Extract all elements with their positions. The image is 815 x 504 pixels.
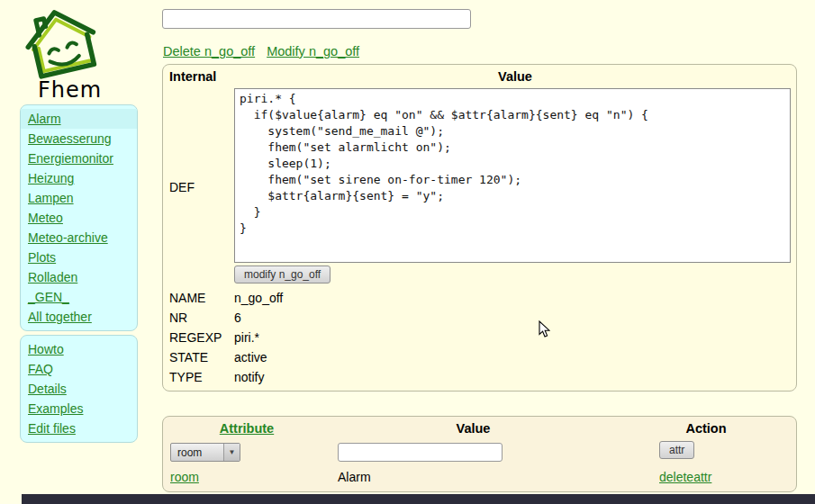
sidebar-item-energiemonitor[interactable]: Energiemonitor — [21, 148, 137, 168]
internal-key: NR — [163, 308, 234, 328]
fhem-house-icon — [13, 4, 110, 81]
internal-value: 6 — [234, 308, 796, 328]
device-action-links: Delete n_go_off Modify n_go_off — [163, 44, 367, 58]
attribute-table-header: Attribute Value Action — [163, 417, 796, 439]
sidebar-item-all-together[interactable]: All together — [21, 307, 137, 327]
attribute-name-link[interactable]: room — [170, 470, 199, 484]
detail-table-header: Internal Value — [163, 65, 796, 86]
attribute-box: Attribute Value Action room ▼ attr room … — [162, 416, 797, 492]
sidebar-item-examples[interactable]: Examples — [21, 399, 137, 418]
internal-key: REGEXP — [163, 328, 234, 347]
internal-key: STATE — [163, 347, 234, 367]
def-row: DEF piri.* { if($value{alarm} eq "on" &&… — [163, 86, 796, 288]
internal-value: n_go_off — [234, 288, 796, 308]
def-code-textarea[interactable]: piri.* { if($value{alarm} eq "on" && $at… — [234, 88, 791, 263]
sidebar-item-edit-files[interactable]: Edit files — [21, 418, 137, 438]
column-header-internal: Internal — [163, 69, 234, 84]
sidebar-item-plots[interactable]: Plots — [21, 248, 137, 267]
table-row: STATE active — [163, 347, 796, 367]
table-row: NR 6 — [163, 308, 796, 328]
sidebar-item-howto[interactable]: Howto — [21, 339, 137, 359]
internal-value: piri.* — [234, 328, 796, 347]
sidebar-item-faq[interactable]: FAQ — [21, 359, 137, 379]
internal-value: active — [234, 347, 796, 367]
attr-button[interactable]: attr — [659, 441, 694, 459]
modify-device-link[interactable]: Modify n_go_off — [267, 44, 359, 58]
sidebar-item-rolladen[interactable]: Rolladen — [21, 267, 137, 287]
internal-key: TYPE — [163, 367, 234, 387]
room-menu: Alarm Bewaesserung Energiemonitor Heizun… — [20, 104, 138, 331]
sidebar-item-bewaesserung[interactable]: Bewaesserung — [21, 129, 137, 148]
attribute-value: Alarm — [331, 466, 616, 488]
sidebar-item-meteo[interactable]: Meteo — [21, 208, 137, 228]
modify-device-button[interactable]: modify n_go_off — [234, 266, 331, 284]
attribute-value-input[interactable] — [338, 443, 503, 462]
internal-key-def: DEF — [163, 180, 234, 194]
chevron-down-icon: ▼ — [223, 444, 240, 461]
device-detail-box: Internal Value DEF piri.* { if($value{al… — [162, 64, 797, 392]
attribute-select-value: room — [171, 444, 223, 461]
deleteattr-link[interactable]: deleteattr — [659, 470, 711, 484]
internal-key: NAME — [163, 288, 234, 308]
sidebar-item-lampen[interactable]: Lampen — [21, 188, 137, 208]
column-header-action: Action — [616, 421, 796, 436]
attribute-select[interactable]: room ▼ — [170, 443, 240, 462]
attribute-form-row: room ▼ attr — [163, 439, 796, 466]
help-menu: Howto FAQ Details Examples Edit files — [20, 335, 138, 443]
sidebar-item-gen[interactable]: _GEN_ — [21, 287, 137, 307]
table-row: TYPE notify — [163, 367, 796, 387]
column-header-value: Value — [234, 69, 796, 84]
sidebar-item-meteo-archive[interactable]: Meteo-archive — [21, 228, 137, 248]
column-header-attr-value: Value — [331, 421, 616, 436]
attribute-header-link[interactable]: Attribute — [220, 421, 274, 436]
table-row: REGEXP piri.* — [163, 328, 796, 347]
command-input[interactable] — [162, 9, 471, 29]
attribute-row: room Alarm deleteattr — [163, 466, 796, 488]
table-row: NAME n_go_off — [163, 288, 796, 308]
delete-device-link[interactable]: Delete n_go_off — [163, 44, 255, 58]
internal-value: notify — [234, 367, 796, 387]
sidebar-item-details[interactable]: Details — [21, 379, 137, 399]
logo-text: Fhem — [38, 77, 102, 103]
sidebar-item-alarm[interactable]: Alarm — [21, 109, 137, 129]
bottom-bar — [22, 494, 815, 504]
sidebar-item-heizung[interactable]: Heizung — [21, 168, 137, 188]
fhem-logo[interactable]: Fhem — [13, 4, 148, 84]
